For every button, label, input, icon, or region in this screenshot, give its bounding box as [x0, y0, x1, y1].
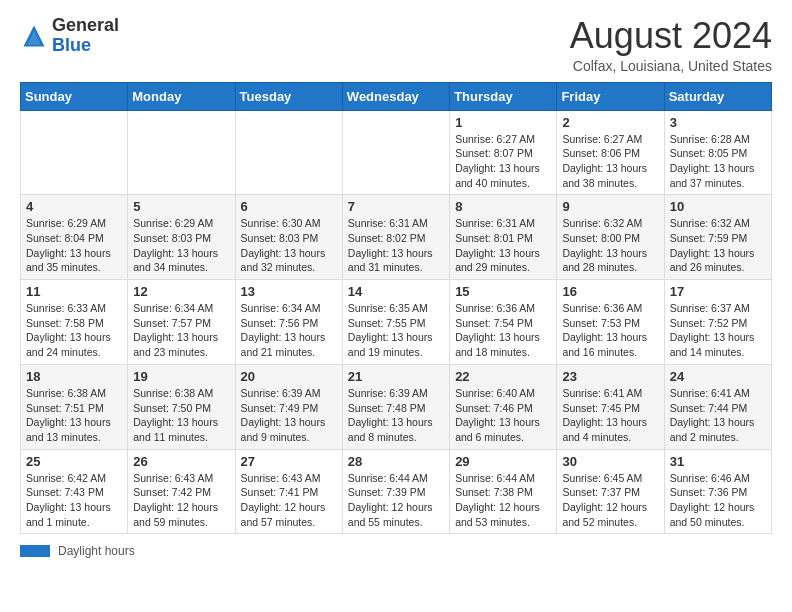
logo-general: General	[52, 15, 119, 35]
day-info: Sunrise: 6:32 AM Sunset: 7:59 PM Dayligh…	[670, 216, 766, 275]
table-cell: 7 Sunrise: 6:31 AM Sunset: 8:02 PM Dayli…	[342, 195, 449, 280]
weekday-header-row: Sunday Monday Tuesday Wednesday Thursday…	[21, 82, 772, 110]
logo: General Blue	[20, 16, 119, 56]
day-number: 22	[455, 369, 551, 384]
day-info: Sunrise: 6:34 AM Sunset: 7:56 PM Dayligh…	[241, 301, 337, 360]
day-number: 10	[670, 199, 766, 214]
table-cell: 12 Sunrise: 6:34 AM Sunset: 7:57 PM Dayl…	[128, 280, 235, 365]
day-number: 29	[455, 454, 551, 469]
table-cell: 29 Sunrise: 6:44 AM Sunset: 7:38 PM Dayl…	[450, 449, 557, 534]
day-info: Sunrise: 6:33 AM Sunset: 7:58 PM Dayligh…	[26, 301, 122, 360]
header-saturday: Saturday	[664, 82, 771, 110]
day-info: Sunrise: 6:36 AM Sunset: 7:54 PM Dayligh…	[455, 301, 551, 360]
day-info: Sunrise: 6:45 AM Sunset: 7:37 PM Dayligh…	[562, 471, 658, 530]
day-info: Sunrise: 6:32 AM Sunset: 8:00 PM Dayligh…	[562, 216, 658, 275]
day-number: 8	[455, 199, 551, 214]
day-info: Sunrise: 6:35 AM Sunset: 7:55 PM Dayligh…	[348, 301, 444, 360]
table-cell: 30 Sunrise: 6:45 AM Sunset: 7:37 PM Dayl…	[557, 449, 664, 534]
day-number: 3	[670, 115, 766, 130]
day-number: 11	[26, 284, 122, 299]
calendar-row-1: 4 Sunrise: 6:29 AM Sunset: 8:04 PM Dayli…	[21, 195, 772, 280]
table-cell: 16 Sunrise: 6:36 AM Sunset: 7:53 PM Dayl…	[557, 280, 664, 365]
table-cell: 27 Sunrise: 6:43 AM Sunset: 7:41 PM Dayl…	[235, 449, 342, 534]
day-number: 21	[348, 369, 444, 384]
table-cell: 14 Sunrise: 6:35 AM Sunset: 7:55 PM Dayl…	[342, 280, 449, 365]
day-info: Sunrise: 6:31 AM Sunset: 8:01 PM Dayligh…	[455, 216, 551, 275]
day-number: 30	[562, 454, 658, 469]
table-cell: 21 Sunrise: 6:39 AM Sunset: 7:48 PM Dayl…	[342, 364, 449, 449]
day-number: 4	[26, 199, 122, 214]
table-cell: 22 Sunrise: 6:40 AM Sunset: 7:46 PM Dayl…	[450, 364, 557, 449]
day-info: Sunrise: 6:40 AM Sunset: 7:46 PM Dayligh…	[455, 386, 551, 445]
table-cell: 8 Sunrise: 6:31 AM Sunset: 8:01 PM Dayli…	[450, 195, 557, 280]
day-info: Sunrise: 6:34 AM Sunset: 7:57 PM Dayligh…	[133, 301, 229, 360]
header-sunday: Sunday	[21, 82, 128, 110]
day-info: Sunrise: 6:44 AM Sunset: 7:39 PM Dayligh…	[348, 471, 444, 530]
day-number: 25	[26, 454, 122, 469]
day-info: Sunrise: 6:42 AM Sunset: 7:43 PM Dayligh…	[26, 471, 122, 530]
day-info: Sunrise: 6:27 AM Sunset: 8:07 PM Dayligh…	[455, 132, 551, 191]
day-number: 18	[26, 369, 122, 384]
day-number: 31	[670, 454, 766, 469]
header-wednesday: Wednesday	[342, 82, 449, 110]
day-number: 5	[133, 199, 229, 214]
logo-text: General Blue	[52, 16, 119, 56]
table-cell: 5 Sunrise: 6:29 AM Sunset: 8:03 PM Dayli…	[128, 195, 235, 280]
calendar-row-2: 11 Sunrise: 6:33 AM Sunset: 7:58 PM Dayl…	[21, 280, 772, 365]
day-number: 1	[455, 115, 551, 130]
header-friday: Friday	[557, 82, 664, 110]
day-info: Sunrise: 6:43 AM Sunset: 7:41 PM Dayligh…	[241, 471, 337, 530]
day-number: 19	[133, 369, 229, 384]
day-info: Sunrise: 6:39 AM Sunset: 7:49 PM Dayligh…	[241, 386, 337, 445]
header-monday: Monday	[128, 82, 235, 110]
header-tuesday: Tuesday	[235, 82, 342, 110]
header-thursday: Thursday	[450, 82, 557, 110]
day-info: Sunrise: 6:27 AM Sunset: 8:06 PM Dayligh…	[562, 132, 658, 191]
legend: Daylight hours	[20, 544, 772, 558]
day-number: 9	[562, 199, 658, 214]
title-block: August 2024 Colfax, Louisiana, United St…	[570, 16, 772, 74]
day-number: 14	[348, 284, 444, 299]
month-title: August 2024	[570, 16, 772, 56]
day-number: 28	[348, 454, 444, 469]
day-number: 6	[241, 199, 337, 214]
calendar-row-0: 1 Sunrise: 6:27 AM Sunset: 8:07 PM Dayli…	[21, 110, 772, 195]
table-cell: 6 Sunrise: 6:30 AM Sunset: 8:03 PM Dayli…	[235, 195, 342, 280]
table-cell: 25 Sunrise: 6:42 AM Sunset: 7:43 PM Dayl…	[21, 449, 128, 534]
table-cell: 31 Sunrise: 6:46 AM Sunset: 7:36 PM Dayl…	[664, 449, 771, 534]
day-info: Sunrise: 6:29 AM Sunset: 8:04 PM Dayligh…	[26, 216, 122, 275]
day-info: Sunrise: 6:44 AM Sunset: 7:38 PM Dayligh…	[455, 471, 551, 530]
day-info: Sunrise: 6:43 AM Sunset: 7:42 PM Dayligh…	[133, 471, 229, 530]
table-cell: 23 Sunrise: 6:41 AM Sunset: 7:45 PM Dayl…	[557, 364, 664, 449]
table-cell	[235, 110, 342, 195]
calendar-row-3: 18 Sunrise: 6:38 AM Sunset: 7:51 PM Dayl…	[21, 364, 772, 449]
day-number: 27	[241, 454, 337, 469]
day-number: 16	[562, 284, 658, 299]
table-cell: 17 Sunrise: 6:37 AM Sunset: 7:52 PM Dayl…	[664, 280, 771, 365]
day-number: 26	[133, 454, 229, 469]
day-info: Sunrise: 6:38 AM Sunset: 7:50 PM Dayligh…	[133, 386, 229, 445]
legend-label: Daylight hours	[58, 544, 135, 558]
calendar-row-4: 25 Sunrise: 6:42 AM Sunset: 7:43 PM Dayl…	[21, 449, 772, 534]
table-cell: 15 Sunrise: 6:36 AM Sunset: 7:54 PM Dayl…	[450, 280, 557, 365]
day-info: Sunrise: 6:37 AM Sunset: 7:52 PM Dayligh…	[670, 301, 766, 360]
table-cell: 13 Sunrise: 6:34 AM Sunset: 7:56 PM Dayl…	[235, 280, 342, 365]
table-cell	[128, 110, 235, 195]
location: Colfax, Louisiana, United States	[570, 58, 772, 74]
table-cell: 9 Sunrise: 6:32 AM Sunset: 8:00 PM Dayli…	[557, 195, 664, 280]
day-info: Sunrise: 6:46 AM Sunset: 7:36 PM Dayligh…	[670, 471, 766, 530]
day-info: Sunrise: 6:30 AM Sunset: 8:03 PM Dayligh…	[241, 216, 337, 275]
day-info: Sunrise: 6:36 AM Sunset: 7:53 PM Dayligh…	[562, 301, 658, 360]
table-cell	[342, 110, 449, 195]
table-cell: 28 Sunrise: 6:44 AM Sunset: 7:39 PM Dayl…	[342, 449, 449, 534]
day-info: Sunrise: 6:38 AM Sunset: 7:51 PM Dayligh…	[26, 386, 122, 445]
day-number: 2	[562, 115, 658, 130]
day-number: 23	[562, 369, 658, 384]
legend-bar-icon	[20, 545, 50, 557]
day-info: Sunrise: 6:41 AM Sunset: 7:44 PM Dayligh…	[670, 386, 766, 445]
table-cell: 19 Sunrise: 6:38 AM Sunset: 7:50 PM Dayl…	[128, 364, 235, 449]
table-cell: 11 Sunrise: 6:33 AM Sunset: 7:58 PM Dayl…	[21, 280, 128, 365]
day-info: Sunrise: 6:29 AM Sunset: 8:03 PM Dayligh…	[133, 216, 229, 275]
table-cell: 4 Sunrise: 6:29 AM Sunset: 8:04 PM Dayli…	[21, 195, 128, 280]
day-info: Sunrise: 6:41 AM Sunset: 7:45 PM Dayligh…	[562, 386, 658, 445]
